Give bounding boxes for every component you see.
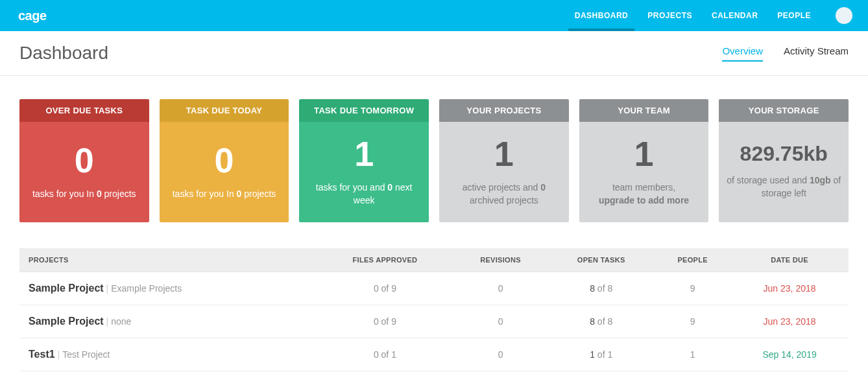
card-header: YOUR STORAGE <box>719 99 849 122</box>
card-body: 0tasks for you In 0 projects <box>160 122 289 222</box>
separator: | <box>106 316 109 327</box>
avatar[interactable] <box>836 7 852 24</box>
cell-project: Sample Project|Example Projects <box>19 272 317 305</box>
tab-activity-stream[interactable]: Activity Stream <box>784 45 849 62</box>
card-value: 1 <box>354 136 374 171</box>
project-name: Sample Project <box>29 283 104 294</box>
table-header: DATE DUE <box>730 248 849 272</box>
cell-files-approved: 0 of 9 <box>317 305 453 338</box>
card-header: YOUR PROJECTS <box>439 99 569 122</box>
nav-link-dashboard[interactable]: DASHBOARD <box>575 0 629 31</box>
card-body: 1tasks for you and 0 next week <box>299 122 429 222</box>
logo: cage <box>18 8 47 23</box>
projects-table-wrap: PROJECTSFILES APPROVEDREVISIONSOPEN TASK… <box>0 222 868 383</box>
cell-open-tasks: 8 of 8 <box>548 305 655 338</box>
cell-people: 9 <box>655 305 730 338</box>
separator: | <box>58 349 60 360</box>
cell-project: Sample Project|none <box>19 305 317 338</box>
table-header: PROJECTS <box>19 248 317 272</box>
project-folder: none <box>111 316 131 327</box>
cell-files-approved: 0 of 9 <box>317 272 453 305</box>
table-header: OPEN TASKS <box>548 248 655 272</box>
card-header: TASK DUE TODAY <box>160 99 289 122</box>
tab-overview[interactable]: Overview <box>722 45 763 62</box>
card-subtext: tasks for you In 0 projects <box>173 188 276 201</box>
card-value: 0 <box>75 143 94 178</box>
table-row[interactable]: Sample Project|none0 of 908 of 89Jun 23,… <box>19 305 849 338</box>
cell-date-due: Jun 23, 2018 <box>730 305 849 338</box>
card-subtext: of storage used and 10gb of storage left <box>725 174 842 200</box>
summary-card-1[interactable]: TASK DUE TODAY0tasks for you In 0 projec… <box>160 99 289 222</box>
cell-people: 1 <box>655 338 730 371</box>
card-value: 1 <box>634 136 654 171</box>
projects-table-body: Sample Project|Example Projects0 of 908 … <box>19 272 849 371</box>
nav-link-projects[interactable]: PROJECTS <box>647 0 692 31</box>
table-header: FILES APPROVED <box>317 248 453 272</box>
separator: | <box>106 283 109 294</box>
summary-cards: OVER DUE TASKS0tasks for you In 0 projec… <box>0 76 868 222</box>
summary-card-5[interactable]: YOUR STORAGE829.75kbof storage used and … <box>719 99 849 222</box>
card-subtext: tasks for you In 0 projects <box>32 188 136 201</box>
page-title: Dashboard <box>19 43 108 64</box>
cell-open-tasks: 1 of 1 <box>548 338 655 371</box>
summary-card-3[interactable]: YOUR PROJECTS1active projects and 0 arch… <box>439 99 569 222</box>
project-name: Sample Project <box>29 316 104 327</box>
card-header: YOUR TEAM <box>579 99 709 122</box>
project-folder: Test Project <box>62 349 110 360</box>
table-header-row: PROJECTSFILES APPROVEDREVISIONSOPEN TASK… <box>19 248 849 272</box>
card-body: 1team members,upgrade to add more <box>579 122 709 222</box>
summary-card-2[interactable]: TASK DUE TOMORROW1tasks for you and 0 ne… <box>299 99 429 222</box>
card-body: 829.75kbof storage used and 10gb of stor… <box>719 122 849 222</box>
cell-open-tasks: 8 of 8 <box>548 272 655 305</box>
nav-link-calendar[interactable]: CALENDAR <box>712 0 758 31</box>
table-row[interactable]: Test1|Test Project0 of 101 of 11Sep 14, … <box>19 338 849 371</box>
card-body: 1active projects and 0 archived projects <box>439 122 569 222</box>
cell-people: 9 <box>655 272 730 305</box>
summary-card-0[interactable]: OVER DUE TASKS0tasks for you In 0 projec… <box>19 99 149 222</box>
table-header: PEOPLE <box>655 248 730 272</box>
nav-link-people[interactable]: PEOPLE <box>777 0 811 31</box>
card-subtext: tasks for you and 0 next week <box>306 181 422 207</box>
summary-card-4[interactable]: YOUR TEAM1team members,upgrade to add mo… <box>579 99 709 222</box>
table-header: REVISIONS <box>453 248 548 272</box>
card-value: 0 <box>214 143 234 178</box>
card-subtext: team members,upgrade to add more <box>599 181 689 207</box>
subnav: OverviewActivity Stream <box>722 45 849 62</box>
card-header: TASK DUE TOMORROW <box>299 99 429 122</box>
cell-revisions: 0 <box>453 338 548 371</box>
top-nav: DASHBOARDPROJECTSCALENDARPEOPLE <box>575 0 852 31</box>
cell-project: Test1|Test Project <box>19 338 317 371</box>
cell-revisions: 0 <box>453 272 548 305</box>
cell-date-due: Sep 14, 2019 <box>730 338 849 371</box>
table-row[interactable]: Sample Project|Example Projects0 of 908 … <box>19 272 849 305</box>
card-header: OVER DUE TASKS <box>19 99 149 122</box>
projects-table: PROJECTSFILES APPROVEDREVISIONSOPEN TASK… <box>19 248 849 371</box>
subheader: Dashboard OverviewActivity Stream <box>0 31 868 76</box>
project-name: Test1 <box>29 349 55 360</box>
project-folder: Example Projects <box>111 283 182 294</box>
card-body: 0tasks for you In 0 projects <box>19 122 149 222</box>
card-value: 1 <box>494 136 514 171</box>
topbar: cage DASHBOARDPROJECTSCALENDARPEOPLE <box>0 0 868 31</box>
cell-date-due: Jun 23, 2018 <box>730 272 849 305</box>
cell-files-approved: 0 of 1 <box>317 338 453 371</box>
card-value: 829.75kb <box>740 143 828 164</box>
cell-revisions: 0 <box>453 305 548 338</box>
card-subtext: active projects and 0 archived projects <box>446 181 562 207</box>
